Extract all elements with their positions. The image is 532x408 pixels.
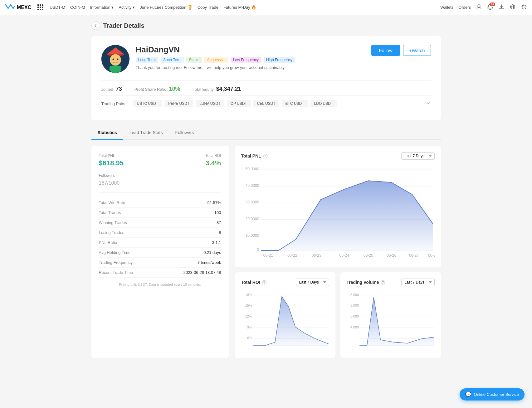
- nav-futures-mday[interactable]: Futures M-Day 🔥: [223, 5, 256, 10]
- total-pnl-label: Total PNL: [99, 153, 124, 158]
- nav-copy-trade[interactable]: Copy Trade: [198, 5, 218, 10]
- pairs-more-icon[interactable]: [426, 101, 431, 107]
- recent-trade-value: 2023-06-28 18:07:48: [183, 270, 221, 275]
- svg-text:06-24: 06-24: [339, 253, 349, 258]
- tag-long-term: Long Term: [136, 57, 158, 63]
- stat-row-pnl-ratio: PNL Ratio 3.1:1: [99, 238, 221, 248]
- page-header: Trader Details: [91, 21, 441, 30]
- pair-btc[interactable]: BTC USDT: [282, 100, 308, 107]
- stat-row-avg-holding: Avg Holding Time 0.21 days: [99, 248, 221, 258]
- logo-text: MEXC: [17, 5, 31, 10]
- pair-op[interactable]: OP USDT: [227, 100, 251, 107]
- nav-coin-m[interactable]: COIN-M: [70, 5, 85, 10]
- trading-volume-chart-svg: 8,600 8,000 6,000 4,000: [347, 290, 435, 351]
- total-roi-chart-svg: 18% 15% 12% 9% 6%: [241, 290, 329, 351]
- nav-activity[interactable]: Activity ▾: [119, 5, 135, 10]
- joined-value: 73: [116, 86, 122, 92]
- tag-short-term: Short Term: [161, 57, 184, 63]
- trading-volume-help-icon[interactable]: ?: [381, 280, 385, 284]
- profile-icon[interactable]: [476, 4, 482, 11]
- total-equity-value: $4,347.21: [216, 86, 241, 92]
- pair-pepe[interactable]: PEPE USDT: [164, 100, 193, 107]
- charts-panel: Total PNL ? Last 7 Days Last 30 Days Las…: [235, 146, 441, 358]
- trading-volume-period-select[interactable]: Last 7 Days Last 30 Days: [401, 279, 435, 286]
- logo[interactable]: MEXC: [5, 4, 31, 11]
- win-rate-label: Total Win Rate: [99, 200, 125, 205]
- theme-icon[interactable]: [521, 4, 527, 11]
- total-pnl-help-icon[interactable]: ?: [263, 154, 267, 158]
- pair-luna[interactable]: LUNA USDT: [196, 100, 224, 107]
- total-roi-period-select[interactable]: Last 7 Days Last 30 Days: [296, 279, 329, 286]
- content-grid: Total PNL $618.95 Total ROI 3.4% Followe…: [91, 146, 441, 358]
- recent-trade-label: Recent Trade Time: [99, 270, 133, 275]
- profit-share-value: 10%: [169, 86, 180, 92]
- nav-futures-competition[interactable]: June Futures Competition 🏆: [140, 5, 192, 10]
- trader-name: HaiDangVN: [136, 45, 365, 55]
- tab-statistics[interactable]: Statistics: [91, 126, 123, 140]
- watch-button[interactable]: +Watch: [403, 45, 431, 56]
- trader-card: HaiDangVN Long Term Short Term Stable Ag…: [91, 36, 441, 120]
- nav-right: Wallets Orders 14: [440, 4, 527, 11]
- svg-text:06-21: 06-21: [263, 253, 273, 258]
- total-pnl-period-select[interactable]: Last 7 Days Last 30 Days Last 90 Days: [401, 152, 435, 160]
- main-content: Trader Details: [79, 15, 453, 364]
- globe-icon[interactable]: [510, 4, 516, 11]
- total-roi-chart-title: Total ROI ?: [241, 280, 266, 285]
- trading-volume-chart-header: Trading Volume ? Last 7 Days Last 30 Day…: [347, 279, 435, 286]
- navigation: MEXC USDT-M COIN-M Information ▾ Activit…: [0, 0, 532, 15]
- svg-text:06-23: 06-23: [311, 253, 321, 258]
- page-title: Trader Details: [103, 22, 144, 29]
- total-pnl-chart-card: Total PNL ? Last 7 Days Last 30 Days Las…: [235, 146, 441, 267]
- svg-text:12%: 12%: [245, 314, 252, 318]
- pairs-list: USTC USDT PEPE USDT LUNA USDT OP USDT CE…: [133, 100, 422, 107]
- svg-text:06-27: 06-27: [409, 253, 419, 258]
- wallets-link[interactable]: Wallets: [440, 5, 453, 10]
- profit-share-label: Profit Share Ratio: [134, 87, 167, 92]
- nav-information[interactable]: Information ▾: [90, 5, 114, 10]
- tab-followers[interactable]: Followers: [169, 126, 200, 140]
- tab-lead-trade-stats[interactable]: Lead Trade Stats: [123, 126, 169, 140]
- orders-link[interactable]: Orders: [458, 5, 471, 10]
- pair-ldo[interactable]: LDO USDT: [310, 100, 337, 107]
- trading-freq-value: 7 times/week: [198, 260, 221, 265]
- pair-ustc[interactable]: USTC USDT: [133, 100, 162, 107]
- follow-button[interactable]: Follow: [371, 45, 400, 56]
- notifications-icon[interactable]: 14: [487, 4, 493, 11]
- statistics-tabs: Statistics Lead Trade Stats Followers: [91, 126, 441, 140]
- trading-pairs-row: Trading Pairs USTC USDT PEPE USDT LUNA U…: [101, 95, 431, 111]
- stat-row-trading-freq: Trading Frequency 7 times/week: [99, 258, 221, 268]
- grid-menu-icon[interactable]: [37, 4, 43, 10]
- tag-stable: Stable: [186, 57, 202, 63]
- svg-text:15%: 15%: [245, 304, 252, 307]
- svg-rect-12: [119, 66, 121, 71]
- total-trades-label: Total Trades: [99, 210, 121, 215]
- total-pnl-chart-svg: 50.0000 40.0000 30.0000 20.0000 10.0000 …: [241, 163, 435, 260]
- stat-row-losing-trades: Losing Trades 8: [99, 228, 221, 238]
- avg-holding-label: Avg Holding Time: [99, 250, 131, 255]
- notification-badge: 14: [490, 2, 495, 6]
- followers-max: 1000: [109, 180, 120, 186]
- total-equity-stat: Total Equity $4,347.21: [193, 86, 241, 92]
- svg-text:6%: 6%: [247, 336, 252, 340]
- total-pnl-chart-title: Total PNL ?: [241, 153, 267, 158]
- download-icon[interactable]: [498, 4, 505, 11]
- total-roi-label: Total ROI: [205, 153, 221, 158]
- nav-usdt-m[interactable]: USDT-M: [50, 5, 65, 10]
- chart-bottom-row: Total ROI ? Last 7 Days Last 30 Days: [235, 272, 441, 358]
- winning-trades-value: 87: [217, 220, 221, 225]
- mexc-logo-icon: [5, 4, 15, 11]
- svg-text:06-26: 06-26: [387, 253, 396, 258]
- svg-text:10.0000: 10.0000: [245, 233, 259, 238]
- followers-label: Followers: [99, 173, 221, 178]
- pricing-note: Pricing unit: USDT. Data is updated ever…: [99, 283, 221, 286]
- followers-count: 187/1000: [99, 179, 221, 186]
- trading-volume-chart-card: Trading Volume ? Last 7 Days Last 30 Day…: [340, 272, 441, 358]
- trader-actions: Follow +Watch: [371, 45, 431, 56]
- total-roi-help-icon[interactable]: ?: [262, 280, 266, 284]
- trader-avatar: [101, 45, 129, 73]
- pair-cel[interactable]: CEL USDT: [253, 100, 279, 107]
- back-button[interactable]: [91, 21, 100, 30]
- svg-text:8,000: 8,000: [350, 304, 359, 307]
- stats-panel: Total PNL $618.95 Total ROI 3.4% Followe…: [91, 146, 229, 358]
- win-rate-value: 91.57%: [207, 200, 221, 205]
